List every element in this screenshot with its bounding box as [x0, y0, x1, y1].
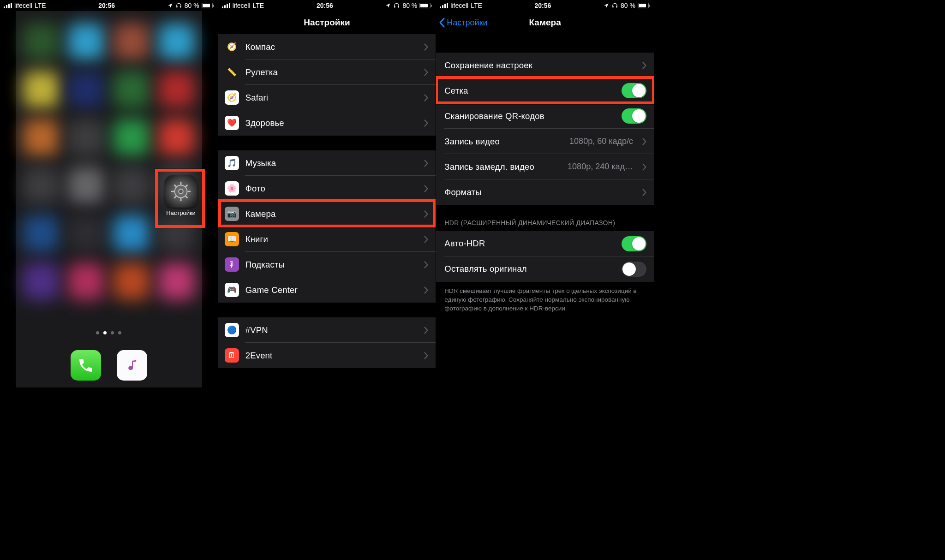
settings-row-podcasts[interactable]: 🎙 Подкасты: [218, 252, 436, 277]
svg-rect-26: [612, 6, 613, 8]
app-icon-compass: 🧭: [225, 40, 239, 54]
network-label: LTE: [471, 2, 482, 9]
hdr-section-header: HDR (РАСШИРЕННЫЙ ДИНАМИЧЕСКИЙ ДИАПАЗОН): [436, 205, 654, 231]
settings-row-vpn[interactable]: 🔵 #VPN: [218, 317, 436, 343]
camera-row-video[interactable]: Запись видео1080p, 60 кадр/с: [436, 129, 654, 154]
svg-rect-2: [8, 4, 10, 8]
app-icon-vpn: 🔵: [225, 323, 239, 337]
battery-icon: [419, 3, 432, 8]
settings-row-measure[interactable]: 📏 Рулетка: [218, 60, 436, 85]
svg-line-15: [174, 196, 177, 198]
blurred-app: [158, 119, 195, 156]
row-label: Авто-HDR: [444, 238, 615, 249]
blurred-app: [23, 23, 60, 60]
row-label: Game Center: [245, 285, 418, 295]
battery-icon: [202, 3, 214, 8]
camera-settings-scroll-area[interactable]: Сохранение настроек Сетка Сканирование Q…: [436, 34, 654, 387]
blurred-app: [113, 119, 150, 156]
toggle-keepnormal[interactable]: [622, 262, 646, 277]
page-dot-active: [103, 331, 107, 334]
page-title: Камера: [529, 18, 561, 28]
camera-row-formats[interactable]: Форматы: [436, 179, 654, 205]
gear-icon: [165, 175, 197, 208]
toggle-qr[interactable]: [622, 108, 646, 124]
back-button[interactable]: Настройки: [439, 18, 487, 28]
blurred-app: [68, 167, 105, 204]
row-value: 1080p, 240 кад…: [568, 162, 633, 172]
settings-row-safari[interactable]: 🧭 Safari: [218, 85, 436, 110]
settings-row-music[interactable]: 🎵 Музыка: [218, 150, 436, 176]
svg-rect-0: [4, 6, 5, 8]
clock: 20:56: [98, 2, 115, 9]
toggle-autohdr[interactable]: [622, 236, 646, 251]
svg-rect-16: [222, 6, 223, 8]
clock: 20:56: [317, 2, 333, 9]
app-icon-music: 🎵: [225, 156, 239, 170]
camera-row-preserve[interactable]: Сохранение настроек: [436, 53, 654, 78]
app-icon-health: ❤️: [225, 116, 239, 130]
battery-icon: [638, 3, 650, 8]
chevron-right-icon: [424, 236, 428, 243]
chevron-right-icon: [642, 62, 646, 69]
signal-icon: [4, 3, 12, 8]
svg-line-13: [185, 196, 188, 198]
camera-row-slomo[interactable]: Запись замедл. видео1080p, 240 кад…: [436, 154, 654, 179]
blurred-app: [23, 263, 60, 300]
blurred-app: [113, 23, 150, 60]
row-label: Музыка: [245, 158, 418, 168]
settings-app-label: Настройки: [157, 209, 205, 216]
blurred-app: [23, 215, 60, 252]
toggle-grid[interactable]: [622, 83, 646, 98]
app-icon-gamecenter: 🎮: [225, 283, 239, 297]
settings-row-photos[interactable]: 🌸 Фото: [218, 176, 436, 201]
svg-rect-20: [395, 6, 395, 8]
svg-rect-5: [180, 6, 181, 8]
svg-rect-19: [229, 3, 230, 8]
settings-app-launcher[interactable]: Настройки: [157, 171, 205, 226]
dock-app-music[interactable]: [117, 350, 147, 381]
row-label: Safari: [245, 93, 418, 103]
row-label: Здоровье: [245, 118, 418, 128]
chevron-right-icon: [642, 189, 646, 196]
screen-homescreen: lifecell LTE 20:56 80 % Настройки: [0, 0, 218, 387]
blurred-app: [68, 71, 105, 108]
app-icon-photos: 🌸: [225, 181, 239, 196]
page-title: Настройки: [304, 18, 350, 28]
nav-header: Настройки: [218, 11, 436, 34]
svg-rect-17: [224, 5, 226, 8]
page-indicator[interactable]: [0, 331, 218, 334]
carrier-label: lifecell: [14, 2, 32, 9]
location-icon: [167, 3, 173, 8]
page-dot: [118, 331, 121, 334]
row-value: 1080p, 60 кадр/с: [569, 137, 633, 146]
svg-rect-21: [398, 6, 399, 8]
blurred-app: [23, 71, 60, 108]
chevron-right-icon: [424, 119, 428, 127]
settings-row-books[interactable]: 📖 Книги: [218, 226, 436, 252]
svg-point-7: [179, 189, 183, 194]
blurred-app: [113, 263, 150, 300]
svg-rect-24: [444, 4, 446, 8]
row-label: Подкасты: [245, 260, 418, 270]
settings-row-health[interactable]: ❤️ Здоровье: [218, 110, 436, 136]
dock-app-phone[interactable]: [71, 350, 101, 381]
settings-row-gamecenter[interactable]: 🎮 Game Center: [218, 277, 436, 303]
chevron-right-icon: [424, 352, 428, 359]
back-label: Настройки: [447, 18, 487, 28]
svg-rect-3: [11, 3, 12, 8]
settings-row-2event[interactable]: 🗓 2Event: [218, 343, 436, 368]
blurred-app: [113, 71, 150, 108]
hdr-section-footer: HDR смешивает лучшие фрагменты трех отде…: [436, 282, 654, 313]
row-label: Оставлять оригинал: [444, 264, 615, 274]
settings-scroll-area[interactable]: 🧭 Компас 📏 Рулетка 🧭 Safari ❤️ Здоровье …: [218, 34, 436, 387]
chevron-right-icon: [424, 210, 428, 218]
network-label: LTE: [253, 2, 264, 9]
settings-row-compass[interactable]: 🧭 Компас: [218, 34, 436, 60]
location-icon: [604, 3, 609, 8]
row-label: Сканирование QR-кодов: [444, 111, 615, 121]
battery-pct-label: 80 %: [402, 2, 417, 9]
settings-row-camera[interactable]: 📷 Камера: [218, 201, 436, 226]
signal-icon: [222, 3, 230, 8]
chevron-right-icon: [424, 327, 428, 334]
carrier-label: lifecell: [450, 2, 468, 9]
